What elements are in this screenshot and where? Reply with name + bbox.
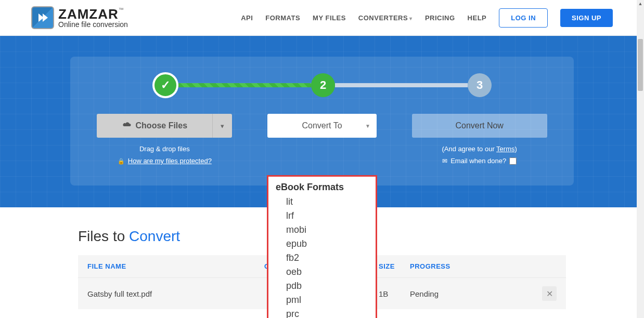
header: ZAMZAR™ Online file conversion API FORMA… <box>0 0 644 36</box>
nav-api[interactable]: API <box>241 14 253 22</box>
dropdown-header: eBook Formats <box>268 177 376 195</box>
lock-icon <box>118 157 125 165</box>
brand-name: ZAMZAR <box>58 6 119 22</box>
cell-progress: Pending <box>410 289 542 298</box>
col-progress: PROGRESS <box>410 262 557 270</box>
files-protected-link[interactable]: How are my files protected? <box>128 157 212 165</box>
format-option-prc[interactable]: prc <box>268 307 376 318</box>
top-nav: API FORMATS MY FILES CONVERTERS PRICING … <box>241 8 613 28</box>
col-size: SIZE <box>379 262 410 270</box>
hero: ✓ 2 3 Choose Files ▾ Drag & drop files H… <box>0 36 644 207</box>
drag-drop-hint: Drag & drop files <box>139 145 190 153</box>
step-3: 3 <box>468 73 492 97</box>
nav-myfiles[interactable]: MY FILES <box>313 14 346 22</box>
choose-files-button[interactable]: Choose Files <box>97 114 212 138</box>
format-option-mobi[interactable]: mobi <box>268 223 376 237</box>
scroll-up-arrow[interactable]: ▲ <box>637 0 644 7</box>
cell-filename: Gatsby full text.pdf <box>87 289 264 298</box>
mail-icon <box>442 157 447 165</box>
step-line-2-3 <box>335 83 468 87</box>
format-option-lit[interactable]: lit <box>268 195 376 209</box>
choose-files-caret[interactable]: ▾ <box>212 114 232 138</box>
format-option-fb2[interactable]: fb2 <box>268 251 376 265</box>
nav-pricing[interactable]: PRICING <box>425 14 455 22</box>
stepper: ✓ 2 3 <box>91 72 553 98</box>
brand-tagline: Online file conversion <box>58 21 128 28</box>
col-filename: FILE NAME <box>87 262 264 270</box>
convert-to-button[interactable]: Convert To ▼ <box>267 114 377 138</box>
signup-button[interactable]: SIGN UP <box>560 9 613 27</box>
format-option-pml[interactable]: pml <box>268 293 376 307</box>
cell-size: 1B <box>379 289 410 298</box>
terms-link[interactable]: Terms <box>496 145 514 153</box>
format-option-pdb[interactable]: pdb <box>268 279 376 293</box>
email-done-checkbox[interactable] <box>509 157 517 165</box>
remove-file-button[interactable]: ✕ <box>542 286 557 301</box>
email-done-label: Email when done? <box>450 157 506 165</box>
nav-help[interactable]: HELP <box>468 14 487 22</box>
step-line-1-2 <box>178 83 311 87</box>
nav-converters[interactable]: CONVERTERS <box>358 14 413 22</box>
converter-card: ✓ 2 3 Choose Files ▾ Drag & drop files H… <box>70 57 574 186</box>
chevron-down-icon: ▼ <box>365 123 370 129</box>
step-1: ✓ <box>152 72 178 98</box>
logo[interactable]: ZAMZAR™ Online file conversion <box>31 6 128 29</box>
choose-files-group: Choose Files ▾ <box>97 114 232 138</box>
nav-formats[interactable]: FORMATS <box>265 14 300 22</box>
login-button[interactable]: LOG IN <box>499 8 548 28</box>
scroll-thumb[interactable] <box>638 39 643 91</box>
format-dropdown[interactable]: eBook Formats litlrfmobiepubfb2oebpdbpml… <box>267 175 377 318</box>
cloud-upload-icon <box>122 121 132 130</box>
page-scrollbar[interactable]: ▲ <box>637 0 644 318</box>
format-option-oeb[interactable]: oeb <box>268 265 376 279</box>
convert-now-button[interactable]: Convert Now <box>412 114 547 138</box>
step-2: 2 <box>311 73 335 97</box>
logo-icon <box>31 6 54 29</box>
format-option-epub[interactable]: epub <box>268 237 376 251</box>
format-option-lrf[interactable]: lrf <box>268 209 376 223</box>
